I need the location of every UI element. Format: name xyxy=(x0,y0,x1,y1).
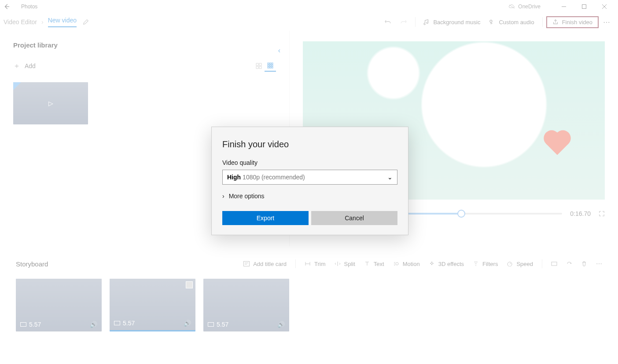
finish-video-dialog: Finish your video Video quality High1080… xyxy=(211,127,408,235)
export-button[interactable]: Export xyxy=(222,211,309,225)
chevron-right-icon: › xyxy=(222,193,224,200)
dialog-title: Finish your video xyxy=(222,139,397,149)
chevron-down-icon: ⌄ xyxy=(387,174,393,181)
cancel-button[interactable]: Cancel xyxy=(311,211,397,225)
more-options-toggle[interactable]: › More options xyxy=(222,193,397,200)
quality-select[interactable]: High1080p (recommended) ⌄ xyxy=(222,170,397,185)
quality-label: Video quality xyxy=(222,159,397,166)
